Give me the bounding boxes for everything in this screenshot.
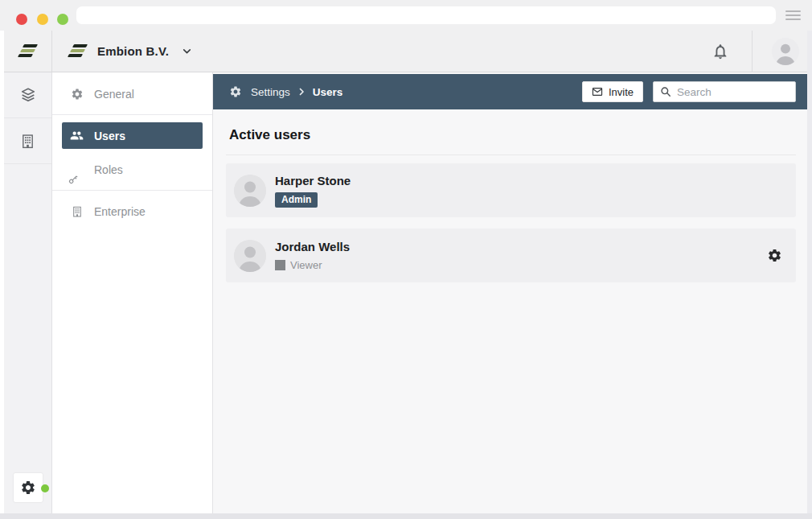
- user-card: Harper Stone Admin: [226, 163, 796, 217]
- sidebar-item-label: General: [94, 88, 134, 101]
- layers-icon: [19, 86, 37, 104]
- gear-icon: [70, 87, 84, 101]
- app-logo-cell[interactable]: [4, 31, 52, 72]
- key-icon: [70, 163, 84, 176]
- avatar: [234, 175, 266, 207]
- online-status-dot: [41, 484, 49, 492]
- user-card: Jordan Wells Viewer: [226, 229, 796, 282]
- invite-button[interactable]: Invite: [582, 81, 643, 102]
- url-bar[interactable]: [76, 6, 776, 24]
- breadcrumb-settings[interactable]: Settings: [251, 86, 290, 98]
- avatar: [234, 240, 266, 272]
- breadcrumb-bar: Settings Users Invite: [213, 74, 807, 109]
- company-name: Embion B.V.: [97, 44, 169, 58]
- company-switcher[interactable]: Embion B.V.: [68, 44, 192, 59]
- sidebar-divider: [52, 114, 212, 115]
- chevron-down-icon: [182, 46, 192, 56]
- browser-menu-icon[interactable]: [785, 10, 801, 20]
- rail-item-enterprise[interactable]: [4, 118, 51, 164]
- chevron-right-icon: [297, 87, 306, 97]
- main-area: Settings Users Invite: [213, 72, 807, 513]
- user-name: Harper Stone: [275, 174, 351, 187]
- sidebar-item-label: Enterprise: [94, 205, 146, 218]
- embion-logo-icon: [68, 44, 88, 59]
- breadcrumb-users[interactable]: Users: [313, 86, 343, 98]
- sidebar-divider: [52, 190, 212, 191]
- window-bottom-edge: [0, 513, 812, 519]
- user-info: Harper Stone Admin: [275, 174, 351, 208]
- building-icon: [19, 133, 36, 150]
- sidebar-item-label: Users: [94, 130, 125, 142]
- role-square-icon: [275, 260, 285, 270]
- sidebar-item-enterprise[interactable]: Enterprise: [62, 198, 203, 224]
- rail-settings-button[interactable]: [14, 473, 43, 502]
- user-name: Jordan Wells: [275, 240, 350, 253]
- notifications-bell-icon[interactable]: [710, 41, 731, 62]
- heading-divider: [226, 154, 796, 155]
- building-icon: [70, 204, 84, 218]
- settings-sidebar: General Users Roles Enterprise: [52, 72, 213, 513]
- header-actions: [710, 31, 799, 72]
- user-settings-button[interactable]: [765, 247, 783, 265]
- search-input[interactable]: [677, 86, 789, 98]
- sidebar-item-users[interactable]: Users: [62, 122, 203, 149]
- user-avatar[interactable]: [772, 38, 799, 65]
- envelope-icon: [592, 86, 603, 97]
- browser-window: Embion B.V.: [0, 0, 812, 519]
- content: Active users Harper Stone Admin: [213, 109, 807, 294]
- role-label: Viewer: [290, 259, 322, 271]
- header-divider: [752, 31, 753, 72]
- close-window-button[interactable]: [16, 14, 27, 25]
- embion-logo-icon: [18, 44, 38, 59]
- sidebar-item-roles[interactable]: Roles: [62, 156, 203, 183]
- role-badge: Admin: [275, 192, 318, 208]
- app-header: Embion B.V.: [52, 31, 807, 72]
- window-right-edge: [807, 31, 812, 513]
- sidebar-item-general[interactable]: General: [62, 80, 203, 107]
- app-root: Embion B.V.: [4, 31, 807, 513]
- page-title: Active users: [229, 127, 796, 143]
- invite-button-label: Invite: [609, 86, 634, 98]
- search-box: [653, 81, 796, 102]
- user-info: Jordan Wells Viewer: [275, 240, 350, 271]
- gear-icon: [229, 85, 242, 98]
- icon-rail: [4, 72, 52, 513]
- user-role: Viewer: [275, 259, 350, 271]
- zoom-window-button[interactable]: [57, 14, 68, 25]
- rail-item-layers[interactable]: [4, 72, 51, 118]
- gear-icon: [20, 480, 36, 496]
- browser-chrome: [0, 0, 812, 31]
- users-icon: [70, 129, 84, 142]
- search-icon: [660, 86, 671, 97]
- sidebar-item-label: Roles: [94, 163, 123, 176]
- minimize-window-button[interactable]: [37, 14, 48, 25]
